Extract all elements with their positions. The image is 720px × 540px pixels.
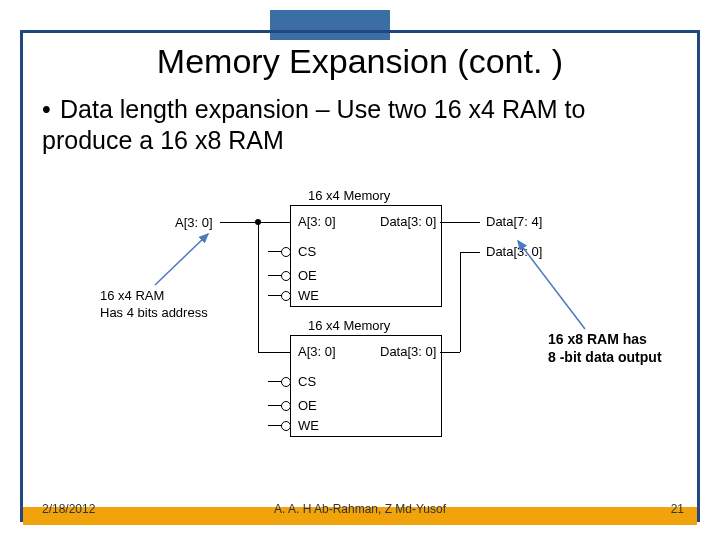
wire-addr-vert — [258, 222, 259, 352]
mem1-oe-bubble — [281, 271, 291, 281]
bullet-marker: • — [42, 94, 60, 125]
callout-left: 16 x4 RAM Has 4 bits address — [100, 288, 208, 322]
out-hi-label: Data[7: 4] — [486, 214, 542, 229]
addr-input-label: A[3: 0] — [175, 215, 213, 230]
bullet-text: Data length expansion – Use two 16 x4 RA… — [42, 95, 585, 154]
mem2-oe-wire — [268, 405, 282, 406]
mem1-data-wire — [440, 222, 480, 223]
mem1-cs-wire — [268, 251, 282, 252]
mem2-we-pin: WE — [298, 418, 319, 433]
mem1-oe-pin: OE — [298, 268, 317, 283]
mem2-cs-wire — [268, 381, 282, 382]
mem2-we-bubble — [281, 421, 291, 431]
wire-addr-h2 — [258, 352, 290, 353]
mem2-data-h2 — [460, 252, 480, 253]
footer-page-number: 21 — [671, 502, 684, 516]
mem1-we-bubble — [281, 291, 291, 301]
mem2-addr-pin: A[3: 0] — [298, 344, 336, 359]
mem2-data-v — [460, 252, 461, 352]
callout-left-line1: 16 x4 RAM — [100, 288, 208, 305]
bullet-point: •Data length expansion – Use two 16 x4 R… — [42, 94, 682, 157]
svg-line-1 — [518, 241, 585, 329]
mem2-title: 16 x4 Memory — [308, 318, 390, 333]
callout-right-line2: 8 -bit data output — [548, 348, 662, 366]
mem2-cs-pin: CS — [298, 374, 316, 389]
mem1-cs-pin: CS — [298, 244, 316, 259]
mem1-data-pin: Data[3: 0] — [380, 214, 436, 229]
mem1-cs-bubble — [281, 247, 291, 257]
arrow-right-callout — [510, 237, 600, 337]
mem2-oe-bubble — [281, 401, 291, 411]
mem2-data-pin: Data[3: 0] — [380, 344, 436, 359]
arrow-left-callout — [150, 230, 220, 290]
mem2-we-wire — [268, 425, 282, 426]
footer-authors: A. A. H Ab-Rahman, Z Md-Yusof — [0, 502, 720, 516]
mem1-we-pin: WE — [298, 288, 319, 303]
svg-line-0 — [155, 234, 208, 285]
mem2-oe-pin: OE — [298, 398, 317, 413]
mem1-title: 16 x4 Memory — [308, 188, 390, 203]
mem1-we-wire — [268, 295, 282, 296]
mem2-data-h — [440, 352, 460, 353]
mem1-oe-wire — [268, 275, 282, 276]
slide-title: Memory Expansion (cont. ) — [40, 42, 680, 81]
mem2-cs-bubble — [281, 377, 291, 387]
callout-left-line2: Has 4 bits address — [100, 305, 208, 322]
mem1-addr-pin: A[3: 0] — [298, 214, 336, 229]
